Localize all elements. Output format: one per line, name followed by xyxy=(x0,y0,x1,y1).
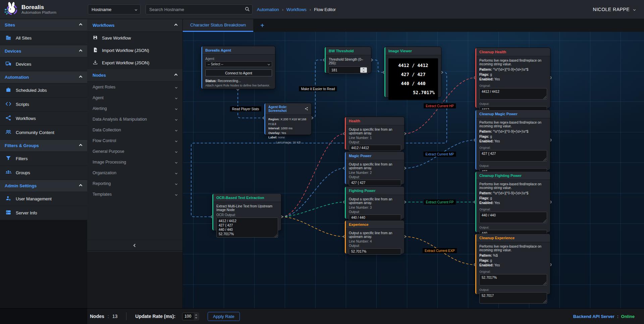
original-textarea[interactable]: 440 / 440 xyxy=(479,212,547,223)
flow-canvas[interactable]: Read Player Stats Make it Easier to Read… xyxy=(183,32,644,308)
edge-threshold-to-viewer[interactable] xyxy=(371,60,384,72)
panel-section-nodes[interactable]: Nodes xyxy=(87,69,182,82)
node-category-image-processing[interactable]: Image Processing xyxy=(87,157,182,168)
original-textarea[interactable]: 52.7017% xyxy=(479,274,547,285)
sidebar-section-filters-groups[interactable]: Filters & Groups xyxy=(0,140,87,152)
rate-spinner[interactable] xyxy=(194,313,198,320)
sidebar-item-groups[interactable]: Groups xyxy=(0,166,87,180)
node-category-agent-roles[interactable]: Agent Roles xyxy=(87,82,182,92)
node-category-agent[interactable]: Agent xyxy=(87,92,182,103)
node-category-templates[interactable]: Templates xyxy=(87,189,182,200)
sidebar-section-sites[interactable]: Sites xyxy=(0,19,87,31)
node-cleanup-health[interactable]: Cleanup Health Performs live regex-based… xyxy=(475,48,550,108)
node-title: Cleanup Fighting Power xyxy=(479,174,522,178)
node-category-general-purpose[interactable]: General Purpose xyxy=(87,146,182,157)
edge-label-extract-mp[interactable]: Extract Current MP xyxy=(423,152,456,157)
line-number: Line Number: 4 xyxy=(349,240,401,243)
rabbit-logo-icon xyxy=(3,1,18,17)
apply-rate-button[interactable]: Apply Rate xyxy=(208,312,240,321)
node-ocr-text-extraction[interactable]: OCR-Based Text Extraction Extract Multi-… xyxy=(212,194,281,231)
add-tab-button[interactable]: + xyxy=(253,19,271,32)
number-spinner[interactable] xyxy=(360,67,367,73)
magic-output-field[interactable] xyxy=(349,180,401,186)
sidebar-section-automation[interactable]: Automation xyxy=(0,71,87,83)
status-label: Status: xyxy=(205,79,217,83)
sidebar-item-scripts[interactable]: Scripts xyxy=(0,98,87,112)
chevron-down-icon xyxy=(268,63,270,65)
node-cleanup-magic-power[interactable]: Cleanup Magic Power Performs live regex-… xyxy=(475,110,550,170)
import-workflow-button[interactable]: Import Workflow (JSON) xyxy=(87,44,182,57)
original-textarea[interactable]: 427 { 427 xyxy=(479,150,547,161)
pattern-value: ^\s*(\d+)[^0-9]+(\d+)\s*$ xyxy=(493,130,529,133)
sidebar-item-label: Scheduled Jobs xyxy=(16,88,47,93)
hostname-select[interactable]: Hostname xyxy=(88,4,141,14)
node-title: Fighting Power xyxy=(349,189,375,193)
save-workflow-button[interactable]: Save Workflow xyxy=(87,32,182,44)
sidebar-item-scheduled-jobs[interactable]: Scheduled Jobs xyxy=(0,83,87,98)
sidebar-item-community-content[interactable]: Community Content xyxy=(0,126,87,140)
edge-label-read-player-stats[interactable]: Read Player Stats xyxy=(230,107,261,112)
edge-ocr-to-experience[interactable] xyxy=(281,217,345,237)
sidebar-item-label: Groups xyxy=(16,170,30,175)
edge-label-extract-exp[interactable]: Extract Current EXP xyxy=(423,248,457,253)
node-borealis-agent[interactable]: Borealis Agent Agent: -- Select -- Conne… xyxy=(201,46,275,89)
node-magic-power[interactable]: Magic Power Output a specific line from … xyxy=(345,152,404,184)
connect-agent-button[interactable]: Connect to Agent xyxy=(205,69,272,76)
node-cleanup-fighting-power[interactable]: Cleanup Fighting Power Performs live reg… xyxy=(475,172,550,232)
sidebar-item-workflows[interactable]: Workflows xyxy=(0,112,87,126)
enabled-label: Enabled: xyxy=(479,201,493,205)
sidebar-section-devices[interactable]: Devices xyxy=(0,45,87,57)
node-experience[interactable]: Experience Output a specific line from a… xyxy=(345,220,404,254)
chevron-down-icon xyxy=(175,118,177,120)
pattern-value: ^\s*(\d+)[^0-9]+(\d+)\s*$ xyxy=(493,68,529,71)
share-icon[interactable] xyxy=(305,107,308,111)
tab-character-status-breakdown[interactable]: Character Status Breakdown xyxy=(183,19,253,32)
edge-agent-to-role[interactable] xyxy=(238,89,264,118)
sidebar-item-label: Scripts xyxy=(16,102,29,107)
pattern-value: %$ xyxy=(493,254,498,257)
experience-output-field[interactable] xyxy=(349,248,401,255)
health-output-field[interactable] xyxy=(349,145,401,151)
node-category-reporting[interactable]: Reporting xyxy=(87,178,182,189)
user-menu[interactable]: NICOLE RAPPE xyxy=(593,7,635,12)
search-input[interactable] xyxy=(146,4,253,14)
edge-label-make-it-easier[interactable]: Make it Easier to Read xyxy=(299,86,337,91)
search-icon[interactable] xyxy=(245,7,250,13)
node-bw-threshold[interactable]: BW Threshold Threshold Strength (0–255): xyxy=(325,47,371,73)
export-workflow-button[interactable]: Export Workflow (JSON) xyxy=(87,57,182,69)
sidebar-item-filters[interactable]: Filters xyxy=(0,152,87,166)
ocr-output-textarea[interactable]: 4412 / 4412 427 { 427 440 / 440 52.7017% xyxy=(216,217,278,238)
chevron-up-icon xyxy=(79,144,83,147)
edge-label-extract-hp[interactable]: Extract Current HP xyxy=(424,104,456,109)
node-category-organization[interactable]: Organization xyxy=(87,168,182,178)
sidebar-item-server-info[interactable]: Server Info xyxy=(0,206,87,220)
tab-label: Character Status Breakdown xyxy=(190,22,246,27)
node-category-flow-control[interactable]: Flow Control xyxy=(87,135,182,146)
sidebar-item-devices[interactable]: Devices xyxy=(0,57,87,71)
node-image-viewer[interactable]: Image Viewer 4412 / 4412 427 / 427 440 /… xyxy=(384,47,441,97)
node-fighting-power[interactable]: Fighting Power Output a specific line fr… xyxy=(345,187,404,219)
agent-select[interactable]: -- Select -- xyxy=(205,61,272,67)
original-textarea[interactable]: 4412 / 4412 xyxy=(479,88,547,100)
panel-section-workflows[interactable]: Workflows xyxy=(87,19,182,32)
sidebar-item-all-sites[interactable]: All Sites xyxy=(0,31,87,45)
sidebar-item-user-management[interactable]: User Management xyxy=(0,192,87,206)
status-value: Reconnecting... xyxy=(218,79,241,83)
sidebar-section-admin-settings[interactable]: Admin Settings xyxy=(0,180,87,192)
node-cleanup-experience[interactable]: Cleanup Experience Performs live regex-b… xyxy=(475,234,550,294)
breadcrumb-workflows[interactable]: Workflows xyxy=(286,7,307,12)
node-health[interactable]: Health Output a specific line from an up… xyxy=(345,117,404,150)
output-textarea[interactable]: 52.7017 xyxy=(479,292,547,304)
chevron-down-icon xyxy=(175,86,177,88)
node-category-data-collection[interactable]: Data Collection xyxy=(87,125,182,135)
panel-collapse-button[interactable] xyxy=(87,240,182,251)
fighting-output-field[interactable] xyxy=(349,214,401,221)
edge-label-extract-fp[interactable]: Extract Current FP xyxy=(424,200,456,205)
section-label: Devices xyxy=(5,49,21,54)
node-category-alerting[interactable]: Alerting xyxy=(87,103,182,114)
breadcrumb-automation[interactable]: Automation xyxy=(257,7,279,12)
node-agent-role-screenshot[interactable]: Agent Role: Screenshot Region: X:200 Y:4… xyxy=(264,103,311,135)
backend-status-badge: Online xyxy=(621,314,635,319)
node-category-data-analysis[interactable]: Data Analysis & Manipulation xyxy=(87,114,182,125)
node-description: Performs live regex-based find/replace o… xyxy=(479,245,547,252)
